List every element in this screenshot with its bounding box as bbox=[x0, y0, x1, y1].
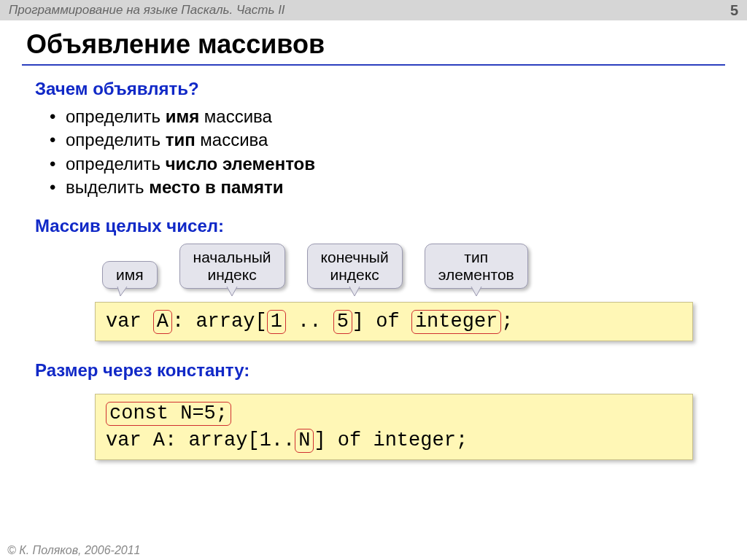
list-item: определить число элементов bbox=[66, 152, 725, 176]
callout-end-index: конечный индекс bbox=[307, 244, 403, 289]
code-array-decl: var A: array[1 .. 5] of integer; bbox=[95, 302, 693, 341]
hl-array-name: A bbox=[153, 310, 172, 334]
hl-element-type: integer bbox=[411, 310, 501, 334]
list-item: выделить место в памяти bbox=[66, 176, 725, 199]
why-heading: Зачем объявлять? bbox=[35, 79, 725, 99]
page-number: 5 bbox=[730, 2, 738, 19]
hl-start-index: 1 bbox=[267, 310, 286, 334]
callout-start-index: начальный индекс bbox=[179, 244, 285, 289]
why-list: определить имя массива определить тип ма… bbox=[22, 105, 725, 200]
hl-const-line: const N=5; bbox=[106, 402, 231, 426]
slide-body: Объявление массивов Зачем объявлять? опр… bbox=[0, 20, 747, 460]
hl-end-index: 5 bbox=[333, 310, 352, 334]
code-const-decl: const N=5; var A: array[1..N] of integer… bbox=[95, 394, 693, 460]
page-title: Объявление массивов bbox=[22, 26, 725, 66]
hl-const-n: N bbox=[295, 429, 314, 453]
callout-name: имя bbox=[102, 261, 158, 289]
callout-element-type: тип элементов bbox=[425, 244, 528, 289]
footer-copyright: © К. Поляков, 2006-2011 bbox=[7, 544, 140, 557]
list-item: определить имя массива bbox=[66, 105, 725, 128]
header-bar: Программирование на языке Паскаль. Часть… bbox=[0, 0, 747, 20]
const-heading: Размер через константу: bbox=[35, 360, 725, 381]
course-title: Программирование на языке Паскаль. Часть… bbox=[9, 3, 285, 18]
int-array-heading: Массив целых чисел: bbox=[35, 216, 725, 236]
list-item: определить тип массива bbox=[66, 128, 725, 152]
callout-row: имя начальный индекс конечный индекс тип… bbox=[66, 244, 725, 289]
